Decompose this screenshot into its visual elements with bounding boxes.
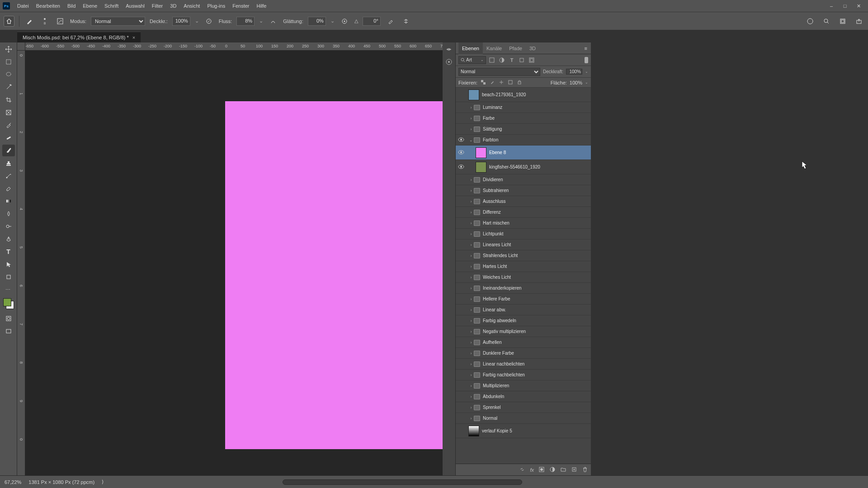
layer-name[interactable]: Farbton (483, 137, 498, 142)
menu-auswahl[interactable]: Auswahl (122, 0, 148, 12)
frame-tool[interactable] (2, 107, 15, 118)
layer-name[interactable]: Hart mischen (483, 221, 509, 225)
layer-row[interactable]: kingfisher-5546610_1920 (456, 160, 591, 174)
panel-icon[interactable]: ◂▸ (446, 46, 452, 52)
angle-input[interactable]: 0° (363, 17, 381, 26)
filter-toggle[interactable] (585, 57, 588, 63)
chevron-icon[interactable]: › (468, 221, 474, 225)
chevron-icon[interactable]: › (468, 308, 474, 312)
chevron-icon[interactable]: › (468, 319, 474, 323)
layer-row[interactable]: ›Strahlendes Licht (456, 250, 591, 261)
layer-row[interactable]: ›Luminanz (456, 102, 591, 113)
lock-all-icon[interactable] (516, 80, 523, 85)
layer-filter-kind[interactable]: ⌄ (458, 56, 486, 64)
chevron-icon[interactable]: ⌄ (468, 138, 474, 142)
chevron-icon[interactable]: › (468, 188, 474, 193)
menu-ebene[interactable]: Ebene (79, 0, 101, 12)
layer-row[interactable]: ›Dividieren (456, 174, 591, 185)
flow-input[interactable]: 8% (236, 17, 255, 26)
canvas[interactable] (225, 101, 443, 449)
home-button[interactable] (4, 16, 14, 27)
layer-row[interactable]: ›Linear nachbelichten (456, 359, 591, 370)
type-tool[interactable]: T (2, 246, 15, 258)
chevron-icon[interactable]: › (468, 127, 474, 131)
layer-thumb[interactable] (476, 147, 486, 158)
layer-name[interactable]: kingfisher-5546610_1920 (489, 164, 540, 169)
chevron-icon[interactable]: › (468, 232, 474, 236)
wand-tool[interactable] (2, 81, 15, 93)
eraser-tool[interactable] (2, 183, 15, 194)
quickmask-tool[interactable] (2, 313, 15, 324)
layer-name[interactable]: Sättigung (483, 127, 502, 131)
layer-name[interactable]: Dunklere Farbe (483, 351, 514, 356)
menu-fenster[interactable]: Fenster (229, 0, 253, 12)
layer-row[interactable]: ›Farbig abwedeln (456, 315, 591, 326)
layer-name[interactable]: Normal (483, 416, 497, 421)
layer-row[interactable]: ›Ausschluss (456, 196, 591, 207)
chevron-icon[interactable]: › (468, 297, 474, 301)
layer-row[interactable]: ›Linear abw. (456, 305, 591, 315)
layer-name[interactable]: Ausschluss (483, 199, 506, 204)
pen-pressure-button[interactable] (385, 16, 396, 27)
menu-bearbeiten[interactable]: Bearbeiten (33, 0, 64, 12)
move-tool[interactable] (2, 43, 15, 55)
menu-3d[interactable]: 3D (166, 0, 180, 12)
layer-name[interactable]: Subtrahieren (483, 188, 509, 193)
layer-row[interactable]: ›Hartes Licht (456, 261, 591, 272)
layer-name[interactable]: Ebene 8 (489, 150, 506, 155)
blur-tool[interactable] (2, 208, 15, 220)
layer-name[interactable]: Farbig abwedeln (483, 318, 516, 323)
airbrush-button[interactable] (268, 16, 278, 27)
lasso-tool[interactable] (2, 69, 15, 80)
canvas-area[interactable]: -650-600-550-500-450-400-350-300-250-200… (17, 42, 443, 475)
smoothing-input[interactable]: 0% (308, 17, 326, 26)
delete-button[interactable] (582, 466, 588, 474)
chevron-icon[interactable]: › (468, 405, 474, 410)
layer-name[interactable]: Weiches Licht (483, 275, 511, 280)
layer-row[interactable]: ⌄Farbton (456, 135, 591, 145)
layer-name[interactable]: Strahlendes Licht (483, 253, 518, 258)
brush-tool[interactable] (2, 145, 15, 156)
layer-row[interactable]: ›Lichtpunkt (456, 229, 591, 239)
layer-opacity-input[interactable]: 100% (566, 69, 582, 75)
visibility-toggle[interactable] (456, 164, 467, 170)
close-button[interactable]: ✕ (852, 0, 865, 12)
chevron-icon[interactable]: › (468, 394, 474, 399)
chevron-icon[interactable]: › (468, 340, 474, 345)
fill-input[interactable]: 100% (570, 80, 582, 85)
chevron-icon[interactable]: › (468, 253, 474, 258)
chevron-icon[interactable]: › (468, 243, 474, 247)
menu-bild[interactable]: Bild (64, 0, 79, 12)
history-brush-tool[interactable] (2, 170, 15, 182)
layer-row[interactable]: ›Multiplizieren (456, 380, 591, 391)
chevron-icon[interactable]: › (468, 116, 474, 121)
chevron-icon[interactable]: › (468, 286, 474, 291)
layer-row[interactable]: ›Negativ multiplizieren (456, 326, 591, 337)
color-panel-icon[interactable] (445, 58, 453, 66)
layer-name[interactable]: Linear abw. (483, 307, 506, 312)
chevron-icon[interactable]: › (468, 384, 474, 388)
layer-thumb[interactable] (468, 89, 479, 100)
layer-filter-input[interactable] (466, 57, 480, 62)
chevron-icon[interactable]: › (468, 351, 474, 356)
menu-hilfe[interactable]: Hilfe (253, 0, 270, 12)
panel-tab-kanäle[interactable]: Kanäle (483, 42, 505, 54)
layer-name[interactable]: Differenz (483, 210, 501, 215)
marquee-tool[interactable] (2, 56, 15, 68)
chevron-icon[interactable]: › (468, 275, 474, 280)
menu-ansicht[interactable]: Ansicht (180, 0, 203, 12)
layer-row[interactable]: ›Dunklere Farbe (456, 348, 591, 359)
lock-trans-icon[interactable] (480, 80, 486, 85)
color-swatch[interactable] (3, 298, 14, 309)
chevron-icon[interactable]: › (468, 329, 474, 334)
heal-tool[interactable] (2, 132, 15, 144)
adjustment-button[interactable] (549, 466, 556, 474)
visibility-toggle[interactable] (456, 137, 467, 143)
layer-row[interactable]: ›Lineares Licht (456, 239, 591, 250)
panel-tab-pfade[interactable]: Pfade (505, 42, 526, 54)
more-tool[interactable]: ⋯ (2, 284, 15, 296)
layer-name[interactable]: Aufhellen (483, 340, 502, 345)
panel-tab-3d[interactable]: 3D (526, 42, 539, 54)
layer-name[interactable]: Linear nachbelichten (483, 361, 524, 366)
gradient-tool[interactable] (2, 195, 15, 207)
